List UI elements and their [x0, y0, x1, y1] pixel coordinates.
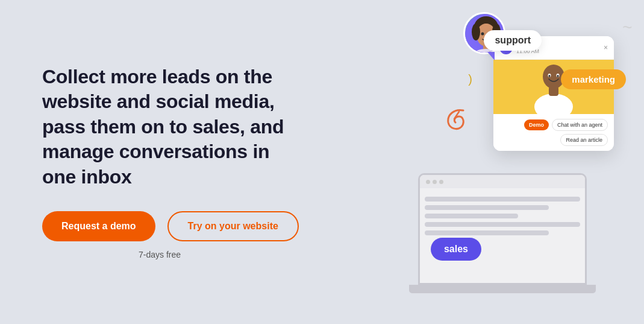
svg-point-5 — [481, 33, 484, 36]
chat-close-icon[interactable]: × — [604, 43, 608, 52]
chat-with-agent-button[interactable]: Chat with an agent — [552, 119, 608, 131]
speech-triangle — [487, 52, 495, 60]
svg-point-17 — [557, 75, 559, 77]
dot-3 — [439, 180, 443, 184]
free-trial-text: 7-days free — [139, 250, 301, 259]
left-content: Collect more leads on the website and so… — [0, 28, 337, 296]
headline: Collect more leads on the website and so… — [42, 65, 301, 190]
try-website-button[interactable]: Try on your website — [167, 211, 299, 241]
content-line — [425, 230, 549, 235]
tag-marketing: marketing — [561, 69, 626, 89]
content-line — [425, 197, 580, 202]
tag-support: support — [484, 30, 542, 51]
swirl-icon — [442, 106, 469, 133]
laptop-base — [409, 285, 596, 293]
chat-widget: D Dave 11:00 AM × — [493, 36, 614, 151]
decorative-moon-icon: ) — [468, 72, 472, 86]
decorative-curl-icon: ~ — [622, 18, 632, 37]
svg-rect-13 — [549, 86, 558, 96]
right-illustration: ~ — [337, 0, 644, 324]
dot-2 — [433, 180, 437, 184]
content-lines — [425, 193, 580, 239]
svg-point-3 — [472, 24, 480, 40]
read-article-button[interactable]: Read an article — [560, 134, 608, 146]
laptop-screen — [418, 173, 587, 285]
window-dots — [426, 180, 443, 184]
chat-buttons: Demo Chat with an agent Read an article — [499, 119, 608, 146]
buttons-row: Request a demo Try on your website — [42, 211, 301, 241]
dot-1 — [426, 180, 430, 184]
laptop-content — [420, 188, 585, 283]
tag-sales: sales — [431, 238, 481, 261]
laptop-top-bar — [420, 175, 585, 188]
demo-chat-button[interactable]: Demo — [524, 119, 549, 130]
content-line — [425, 222, 580, 227]
main-container: Collect more leads on the website and so… — [0, 0, 644, 324]
content-line — [425, 205, 549, 210]
chat-btn-row-2: Read an article — [560, 134, 608, 146]
content-line — [425, 214, 518, 218]
chat-btn-row-1: Demo Chat with an agent — [524, 119, 608, 131]
decorative-symbol-icon — [442, 106, 469, 138]
request-demo-button[interactable]: Request a demo — [42, 211, 155, 241]
svg-point-16 — [549, 75, 551, 77]
chat-actions: Demo Chat with an agent Read an article — [493, 114, 614, 151]
